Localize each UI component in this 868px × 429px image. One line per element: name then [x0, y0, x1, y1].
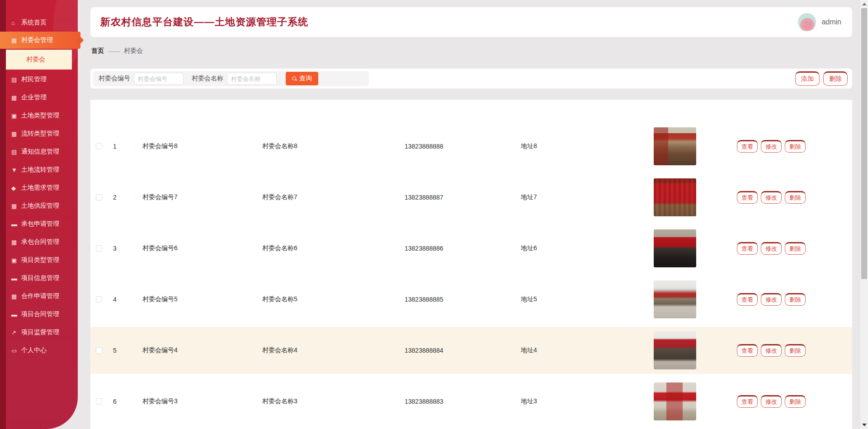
cell-phone: 13823888883: [400, 398, 516, 405]
sidebar-item-村委会管理[interactable]: ▦村委会管理: [0, 32, 80, 49]
row-photo-meeting-room-red-flags[interactable]: [654, 127, 696, 165]
cell-name: 村委会名称7: [258, 193, 400, 201]
bag-icon: ◆: [11, 185, 21, 191]
cell-address: 地址5: [516, 295, 648, 303]
sidebar-item-村民管理[interactable]: ▤村民管理: [0, 70, 78, 89]
scroll-down-arrow-icon[interactable]: [862, 424, 867, 426]
cell-photo: [648, 280, 732, 318]
search-icon: [292, 76, 297, 81]
grid-icon: ▦: [11, 131, 21, 137]
sidebar-item-企业管理[interactable]: ▦企业管理: [0, 89, 78, 107]
row-delete-button[interactable]: 删除: [785, 293, 806, 306]
row-delete-button[interactable]: 删除: [785, 191, 806, 204]
sidebar-item-label: 项目合同管理: [21, 310, 59, 318]
row-delete-button[interactable]: 删除: [785, 242, 806, 255]
sidebar-subitem-村委会[interactable]: 村委会: [6, 50, 72, 70]
sidebar-item-项目合同管理[interactable]: ▬项目合同管理: [0, 305, 78, 323]
name-filter-input[interactable]: [227, 73, 277, 85]
add-button[interactable]: 添加: [795, 71, 820, 86]
sidebar-item-label: 项目监督管理: [21, 328, 59, 336]
cell-phone: 13823888886: [400, 245, 516, 252]
row-view-button[interactable]: 查看: [737, 191, 758, 204]
row-edit-button[interactable]: 修改: [761, 140, 782, 153]
chat-icon: ▬: [11, 221, 21, 228]
row-photo-assembly-red-wall[interactable]: [654, 331, 696, 369]
breadcrumb: 首页 —— 村委会: [91, 47, 143, 55]
cell-actions: 查看修改删除: [732, 242, 852, 255]
row-checkbox[interactable]: [96, 143, 102, 149]
scrollbar-thumb[interactable]: [861, 8, 867, 279]
sidebar-item-label: 土地流转管理: [21, 166, 59, 174]
sidebar-item-项目监督管理[interactable]: ↗项目监督管理: [0, 323, 78, 341]
scroll-up-arrow-icon[interactable]: [862, 3, 867, 5]
mouse-cursor: [866, 354, 868, 368]
sidebar-item-土地需求管理[interactable]: ◆土地需求管理: [0, 179, 78, 197]
sidebar-item-个人中心[interactable]: ▭个人中心: [0, 341, 78, 359]
sidebar-item-项目类型管理[interactable]: ▣项目类型管理: [0, 251, 78, 269]
row-checkbox[interactable]: [96, 398, 102, 405]
cell-photo: [648, 127, 732, 165]
sidebar-item-合作申请管理[interactable]: ▦合作申请管理: [0, 287, 78, 305]
row-checkbox[interactable]: [96, 347, 102, 354]
row-edit-button[interactable]: 修改: [761, 293, 782, 306]
table-row: 3村委会编号6村委会名称613823888886地址6查看修改删除: [90, 225, 852, 272]
row-photo-dark-hall-red-screen[interactable]: [654, 229, 696, 267]
cell-name: 村委会名称5: [258, 295, 400, 303]
sidebar-item-label: 系统首页: [21, 19, 47, 27]
row-edit-button[interactable]: 修改: [761, 395, 782, 408]
row-edit-button[interactable]: 修改: [761, 191, 782, 204]
row-view-button[interactable]: 查看: [737, 293, 758, 306]
row-index: 1: [108, 143, 138, 150]
row-delete-button[interactable]: 删除: [785, 395, 806, 408]
sidebar-item-土地供应管理[interactable]: ▦土地供应管理: [0, 197, 78, 215]
user-chip[interactable]: admin: [798, 13, 841, 31]
sidebar-item-label: 承包合同管理: [21, 238, 59, 246]
sidebar-item-土地流转管理[interactable]: ▼土地流转管理: [0, 161, 78, 179]
row-delete-button[interactable]: 删除: [785, 344, 806, 357]
briefcase-icon: ▣: [11, 112, 21, 119]
funnel-icon: ▼: [11, 167, 21, 173]
row-checkbox[interactable]: [96, 296, 102, 303]
row-checkbox[interactable]: [96, 194, 102, 201]
row-index: 3: [108, 245, 138, 252]
row-view-button[interactable]: 查看: [737, 242, 758, 255]
sidebar-item-label: 土地供应管理: [21, 202, 59, 210]
cell-actions: 查看修改删除: [732, 293, 852, 306]
breadcrumb-home[interactable]: 首页: [91, 47, 104, 55]
grid-icon: ▦: [11, 37, 21, 44]
sidebar-item-承包申请管理[interactable]: ▬承包申请管理: [0, 215, 78, 233]
sidebar-item-label: 村委会管理: [21, 36, 53, 44]
sidebar-item-承包合同管理[interactable]: ▦承包合同管理: [0, 233, 78, 251]
table-row: 5村委会编号4村委会名称413823888884地址4查看修改删除: [90, 327, 852, 374]
sidebar-item-流转类型管理[interactable]: ▦流转类型管理: [0, 125, 78, 143]
chart-icon: ↗: [11, 329, 21, 336]
cell-address: 地址3: [516, 397, 648, 406]
sidebar-item-项目信息管理[interactable]: ▬项目信息管理: [0, 269, 78, 287]
table-row: 1村委会编号8村委会名称813823888888地址8查看修改删除: [90, 123, 852, 170]
row-edit-button[interactable]: 修改: [761, 242, 782, 255]
cell-name: 村委会名称4: [258, 346, 400, 354]
cell-address: 地址4: [516, 346, 648, 354]
sidebar-item-label: 承包申请管理: [21, 220, 59, 228]
search-button[interactable]: 查询: [286, 72, 318, 85]
main-content: 新农村信息平台建设——土地资源管理子系统 admin 首页 —— 村委会 村委会…: [78, 0, 868, 429]
code-filter-input[interactable]: [134, 73, 184, 85]
avatar[interactable]: [798, 13, 816, 31]
delete-button[interactable]: 删除: [823, 71, 848, 86]
row-checkbox[interactable]: [96, 245, 102, 252]
sidebar-nav: ⌂系统首页▦村委会管理村委会▤村民管理▦企业管理▣土地类型管理▦流转类型管理▤通…: [0, 14, 78, 359]
row-photo-red-stage-banner[interactable]: [654, 178, 696, 216]
row-view-button[interactable]: 查看: [737, 395, 758, 408]
row-photo-bright-hall-crowd[interactable]: [654, 280, 696, 318]
row-view-button[interactable]: 查看: [737, 344, 758, 357]
sidebar-item-土地类型管理[interactable]: ▣土地类型管理: [0, 107, 78, 125]
sidebar-item-label: 合作申请管理: [21, 292, 59, 300]
row-view-button[interactable]: 查看: [737, 140, 758, 153]
row-edit-button[interactable]: 修改: [761, 344, 782, 357]
breadcrumb-current: 村委会: [124, 47, 143, 55]
row-photo-room-red-banner[interactable]: [654, 382, 696, 420]
sidebar-item-通知信息管理[interactable]: ▤通知信息管理: [0, 143, 78, 161]
cell-address: 地址8: [516, 142, 648, 150]
sidebar-item-系统首页[interactable]: ⌂系统首页: [0, 14, 78, 32]
row-delete-button[interactable]: 删除: [785, 140, 806, 153]
